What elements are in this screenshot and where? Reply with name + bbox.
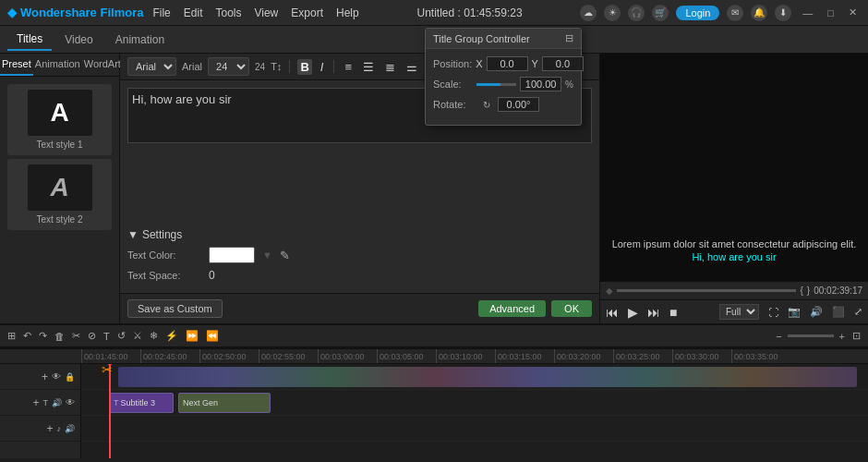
tl-undo-button[interactable]: ↶: [21, 330, 33, 342]
tl-fit-button[interactable]: ⊡: [850, 330, 862, 342]
tgc-y-input[interactable]: [542, 56, 584, 71]
next-gen-clip-label: Next Gen: [183, 398, 218, 407]
tl-forward-button[interactable]: ⏩: [184, 330, 200, 342]
audio-button[interactable]: 🔊: [810, 306, 823, 318]
tgc-scale-input[interactable]: [520, 77, 561, 91]
download-icon[interactable]: ⬇: [775, 5, 791, 21]
cart-icon[interactable]: 🛒: [652, 5, 669, 21]
expand-button[interactable]: ⤢: [854, 306, 862, 318]
tab-titles[interactable]: Titles: [7, 29, 52, 51]
quality-select[interactable]: Full: [719, 304, 759, 320]
preview-scrubber-row: ◆ { } 00:02:39:17: [600, 281, 868, 299]
next-gen-clip[interactable]: Next Gen: [178, 393, 271, 413]
style-item-2[interactable]: A Text style 2: [7, 159, 112, 230]
tl-add-button[interactable]: ⊞: [6, 330, 18, 342]
tl-freeze-button[interactable]: ❄: [148, 330, 160, 342]
align-justify-button[interactable]: ⚌: [404, 59, 420, 75]
tl-zoom-in-button[interactable]: +: [838, 331, 847, 342]
save-custom-button[interactable]: Save as Custom: [127, 299, 223, 318]
timeline-zoom-slider[interactable]: [788, 334, 834, 337]
menu-export[interactable]: Export: [291, 6, 323, 19]
track-sub-vol-icon[interactable]: 🔊: [52, 398, 62, 407]
maximize-button[interactable]: □: [824, 7, 838, 18]
headset-icon[interactable]: 🎧: [628, 5, 645, 21]
text-color-row: Text Color: ▼ ✎: [127, 247, 592, 263]
notification-icon[interactable]: 🔔: [751, 5, 767, 21]
minimize-button[interactable]: —: [799, 7, 816, 18]
tl-delete-button[interactable]: 🗑: [53, 331, 66, 342]
tgc-scale-slider[interactable]: [476, 83, 516, 86]
subtab-animation[interactable]: Animation: [33, 54, 82, 76]
subtab-preset[interactable]: Preset: [0, 54, 33, 76]
tgc-x-input[interactable]: [487, 56, 528, 71]
tgc-rotate-icon: ↻: [483, 100, 490, 110]
menu-edit[interactable]: Edit: [184, 6, 203, 19]
sun-icon[interactable]: ☀: [604, 5, 621, 21]
menu-file[interactable]: File: [152, 6, 170, 19]
tl-speed-button[interactable]: ⚡: [163, 330, 180, 342]
advanced-button[interactable]: Advanced: [478, 300, 546, 317]
stop-button[interactable]: ■: [669, 305, 677, 320]
preview-scrubber[interactable]: [617, 289, 796, 292]
menu-bar: File Edit Tools View Export Help: [152, 6, 358, 19]
subtitle-clip-3[interactable]: T Subtitle 3: [109, 393, 174, 413]
tab-video[interactable]: Video: [55, 30, 102, 50]
track-audio-vol-icon[interactable]: 🔊: [65, 424, 75, 433]
tl-split-button[interactable]: ⚔: [131, 330, 144, 342]
style-a-2: A: [50, 173, 68, 202]
track-add-icon[interactable]: +: [42, 371, 48, 383]
mail-icon[interactable]: ✉: [727, 5, 743, 21]
style-label-2: Text style 2: [36, 214, 82, 225]
track-sub-icon: T: [43, 398, 49, 407]
login-button[interactable]: Login: [676, 6, 719, 20]
playhead[interactable]: ✂: [109, 364, 111, 458]
tl-text-button[interactable]: T: [102, 331, 112, 342]
screenshot-button[interactable]: 📷: [788, 306, 801, 318]
style-item-1[interactable]: A Text style 1: [7, 84, 112, 155]
tgc-pos-label: Position:: [433, 58, 472, 69]
subtitle-clip-label: Subtitle 3: [121, 398, 156, 407]
play-button[interactable]: ▶: [628, 305, 638, 320]
track-area: ✂ T Subtitle 3 Next Gen: [81, 364, 868, 458]
tl-no-cut-button[interactable]: ⊘: [86, 330, 98, 342]
tl-back-button[interactable]: ⏪: [204, 330, 221, 342]
subtab-wordart[interactable]: WordArt: [82, 54, 123, 76]
track-audio-add-icon[interactable]: +: [46, 422, 53, 435]
tl-reset-button[interactable]: ↺: [115, 330, 127, 342]
menu-view[interactable]: View: [254, 6, 278, 19]
color-dropdown-icon[interactable]: ▼: [262, 249, 272, 261]
align-center-button[interactable]: ☰: [360, 59, 377, 75]
scissors-icon: ✂: [102, 364, 113, 377]
menu-tools[interactable]: Tools: [215, 6, 241, 19]
italic-button[interactable]: I: [318, 59, 327, 75]
eyedropper-button[interactable]: ✎: [280, 249, 290, 262]
track-sub-eye-icon[interactable]: 👁: [66, 397, 75, 407]
tab-animation[interactable]: Animation: [106, 30, 174, 50]
menu-help[interactable]: Help: [336, 6, 359, 19]
color-swatch[interactable]: [209, 247, 255, 263]
tgc-header: Title Group Controller ⊟: [426, 29, 581, 49]
tl-cut-button[interactable]: ✂: [70, 330, 82, 342]
subtitle-track: T Subtitle 3 Next Gen: [81, 390, 868, 416]
close-button[interactable]: ✕: [845, 6, 861, 18]
track-sub-add-icon[interactable]: +: [32, 396, 39, 409]
left-panel: Preset Animation WordArt A Text style 1 …: [0, 54, 120, 323]
ok-button[interactable]: OK: [551, 300, 592, 317]
font-size-select[interactable]: 24: [208, 57, 249, 76]
tgc-rotate-input[interactable]: [498, 97, 539, 112]
render-button[interactable]: ⬛: [832, 306, 845, 318]
tl-zoom-out-button[interactable]: −: [774, 331, 783, 342]
align-left-button[interactable]: ≡: [342, 59, 355, 75]
cloud-icon[interactable]: ☁: [580, 5, 597, 21]
tl-redo-button[interactable]: ↷: [37, 330, 49, 342]
font-family-select[interactable]: Arial: [127, 57, 176, 76]
track-eye-icon[interactable]: 👁: [52, 371, 61, 382]
tgc-close-button[interactable]: ⊟: [565, 32, 573, 44]
video-clip[interactable]: [118, 367, 857, 387]
step-back-button[interactable]: ⏮: [606, 305, 619, 320]
fullscreen-button[interactable]: ⛶: [768, 307, 778, 318]
settings-header[interactable]: ▼ Settings: [127, 228, 592, 241]
align-right-button[interactable]: ≣: [382, 59, 398, 75]
step-forward-button[interactable]: ⏭: [647, 305, 660, 320]
bold-button[interactable]: B: [297, 59, 311, 75]
